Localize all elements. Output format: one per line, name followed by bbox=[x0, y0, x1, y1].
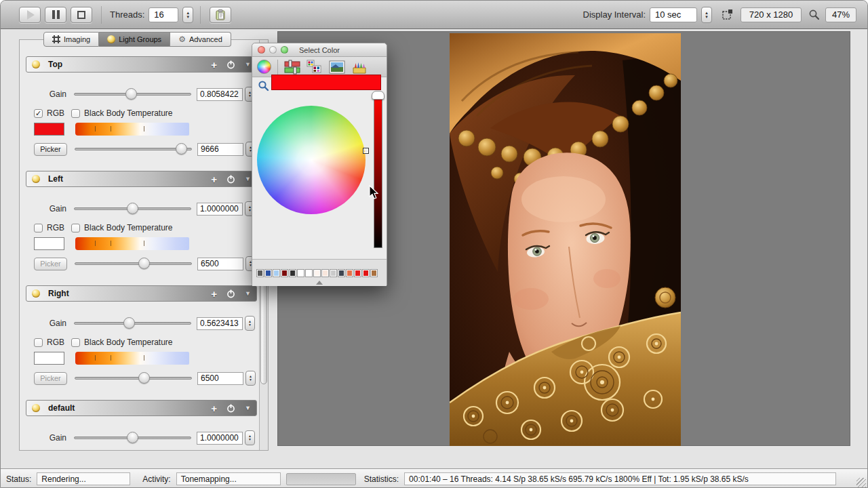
gain-slider[interactable] bbox=[74, 317, 191, 330]
palette-swatch[interactable] bbox=[362, 269, 370, 277]
resolution-display[interactable]: 488 x 868 bbox=[741, 7, 802, 22]
color-swatch[interactable] bbox=[34, 352, 64, 365]
gain-slider[interactable] bbox=[74, 87, 191, 101]
group-header[interactable]: Right + ▼ bbox=[26, 285, 257, 302]
palette-swatch[interactable] bbox=[370, 269, 378, 277]
drawer-handle-icon[interactable] bbox=[316, 281, 323, 285]
gain-value-field[interactable]: 1.0000000 bbox=[197, 203, 243, 216]
gain-slider[interactable] bbox=[74, 202, 191, 216]
temperature-value-field[interactable]: 6500 bbox=[197, 258, 243, 270]
add-group-icon[interactable]: + bbox=[211, 60, 217, 70]
display-interval-input[interactable]: 10 sec bbox=[650, 7, 697, 22]
gain-value-field[interactable]: 1.0000000 bbox=[197, 432, 243, 445]
display-interval-stepper[interactable]: ▲▼ bbox=[701, 7, 712, 23]
gain-label: Gain bbox=[26, 319, 66, 328]
picker-button[interactable]: Picker bbox=[34, 372, 67, 385]
palette-swatch[interactable] bbox=[273, 269, 280, 277]
temperature-slider[interactable] bbox=[75, 257, 192, 270]
threads-stepper[interactable]: ▲▼ bbox=[182, 7, 193, 23]
temperature-stepper[interactable]: ▲▼ bbox=[245, 371, 256, 386]
collapse-caret-icon[interactable]: ▼ bbox=[245, 62, 251, 68]
rgb-checkbox-item[interactable]: RGB bbox=[34, 338, 64, 347]
power-icon[interactable] bbox=[226, 289, 235, 298]
tab-imaging[interactable]: Imaging bbox=[43, 32, 99, 47]
light-group-default: default + ▼ Gain 1.0000000 ▲▼ bbox=[26, 400, 257, 445]
image-palettes-mode-icon[interactable] bbox=[329, 60, 345, 75]
color-wheel-selector[interactable] bbox=[363, 148, 368, 153]
resize-grip[interactable] bbox=[856, 478, 866, 487]
tab-light-groups[interactable]: Light Groups bbox=[99, 32, 170, 47]
group-header[interactable]: Top + ▼ bbox=[26, 56, 257, 73]
brightness-slider-thumb[interactable] bbox=[372, 91, 384, 100]
power-icon[interactable] bbox=[226, 175, 235, 184]
threads-input[interactable]: 16 bbox=[149, 7, 178, 22]
color-wheel-mode-icon[interactable] bbox=[257, 60, 271, 74]
rgb-checkbox-item[interactable]: RGB bbox=[34, 223, 64, 232]
gain-slider[interactable] bbox=[74, 431, 191, 445]
bbt-checkbox-item[interactable]: Black Body Temperature bbox=[71, 338, 173, 347]
dialog-titlebar[interactable]: Select Color bbox=[252, 43, 387, 57]
blackbody-gradient-bar[interactable] bbox=[75, 352, 189, 365]
add-group-icon[interactable]: + bbox=[211, 403, 217, 413]
zoom-percent-display[interactable]: 47% bbox=[825, 7, 856, 22]
render-pause-button[interactable] bbox=[45, 7, 66, 23]
palette-swatch[interactable] bbox=[264, 269, 272, 277]
color-wheel[interactable] bbox=[257, 106, 366, 214]
crayons-mode-icon[interactable] bbox=[351, 60, 368, 75]
bbt-checkbox-item[interactable]: Black Body Temperature bbox=[71, 108, 173, 118]
gain-value-field[interactable]: 0.8058422 bbox=[197, 88, 243, 101]
bbt-checkbox[interactable] bbox=[71, 109, 80, 118]
palette-swatch[interactable] bbox=[305, 269, 313, 277]
resize-window-icon[interactable] bbox=[722, 9, 734, 21]
power-icon[interactable] bbox=[226, 60, 235, 69]
picker-button[interactable]: Picker bbox=[34, 143, 67, 156]
picker-button[interactable]: Picker bbox=[34, 258, 67, 270]
group-header[interactable]: default + ▼ bbox=[26, 400, 257, 416]
temperature-slider[interactable] bbox=[75, 142, 192, 156]
blackbody-gradient-bar[interactable] bbox=[75, 123, 189, 136]
bbt-checkbox-item[interactable]: Black Body Temperature bbox=[71, 223, 173, 232]
palette-swatch[interactable] bbox=[346, 269, 353, 277]
temperature-slider[interactable] bbox=[75, 371, 192, 385]
palette-swatch[interactable] bbox=[354, 269, 361, 277]
collapse-caret-icon[interactable]: ▼ bbox=[245, 291, 251, 297]
zoom-magnifier-icon[interactable] bbox=[808, 9, 820, 20]
render-resume-button[interactable] bbox=[19, 7, 41, 23]
rgb-checkbox[interactable] bbox=[34, 224, 43, 232]
palette-swatch[interactable] bbox=[281, 269, 288, 277]
blackbody-gradient-bar[interactable] bbox=[75, 237, 189, 250]
bbt-checkbox[interactable] bbox=[71, 338, 80, 347]
palette-swatch[interactable] bbox=[321, 269, 329, 277]
color-sliders-mode-icon[interactable] bbox=[284, 60, 300, 75]
palette-swatch[interactable] bbox=[297, 269, 304, 277]
collapse-caret-icon[interactable]: ▼ bbox=[245, 176, 251, 182]
add-group-icon[interactable]: + bbox=[211, 174, 217, 184]
temperature-value-field[interactable]: 9666 bbox=[197, 143, 243, 156]
temperature-value-field[interactable]: 6500 bbox=[197, 372, 243, 385]
render-stop-button[interactable] bbox=[71, 7, 92, 23]
collapse-caret-icon[interactable]: ▼ bbox=[245, 405, 251, 411]
color-swatch[interactable] bbox=[34, 123, 64, 136]
color-swatch[interactable] bbox=[34, 237, 64, 250]
gain-value-field[interactable]: 0.5623413 bbox=[197, 317, 243, 330]
brightness-slider[interactable] bbox=[374, 95, 382, 248]
gain-label: Gain bbox=[26, 89, 66, 99]
rgb-checkbox[interactable]: ✓ bbox=[34, 109, 43, 118]
gain-stepper[interactable]: ▲▼ bbox=[245, 430, 255, 445]
palette-swatch[interactable] bbox=[289, 269, 296, 277]
power-icon[interactable] bbox=[226, 404, 235, 413]
palette-swatch[interactable] bbox=[256, 269, 264, 277]
gain-stepper[interactable]: ▲▼ bbox=[245, 316, 255, 331]
palette-swatch[interactable] bbox=[330, 269, 337, 277]
palette-swatch[interactable] bbox=[313, 269, 321, 277]
bbt-checkbox[interactable] bbox=[71, 224, 80, 232]
rgb-checkbox[interactable] bbox=[34, 338, 43, 347]
rgb-checkbox-item[interactable]: ✓ RGB bbox=[34, 108, 64, 118]
color-palettes-mode-icon[interactable] bbox=[307, 60, 323, 75]
group-header[interactable]: Left + ▼ bbox=[26, 171, 257, 187]
add-group-icon[interactable]: + bbox=[211, 289, 217, 299]
tab-advanced[interactable]: ⚙ Advanced bbox=[170, 32, 231, 47]
palette-swatch[interactable] bbox=[338, 269, 345, 277]
copy-log-button[interactable] bbox=[210, 7, 231, 23]
loupe-icon[interactable] bbox=[258, 80, 269, 92]
